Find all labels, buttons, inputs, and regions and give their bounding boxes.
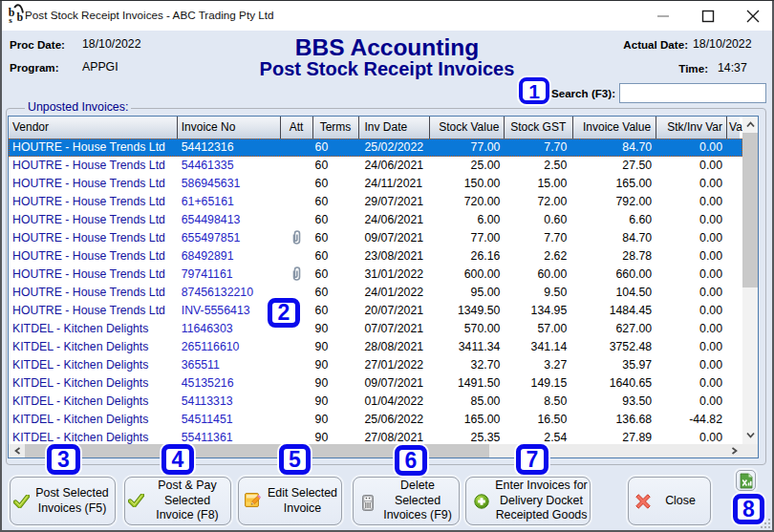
svg-text:s: s [9,15,12,25]
svg-text:b: b [17,11,24,24]
